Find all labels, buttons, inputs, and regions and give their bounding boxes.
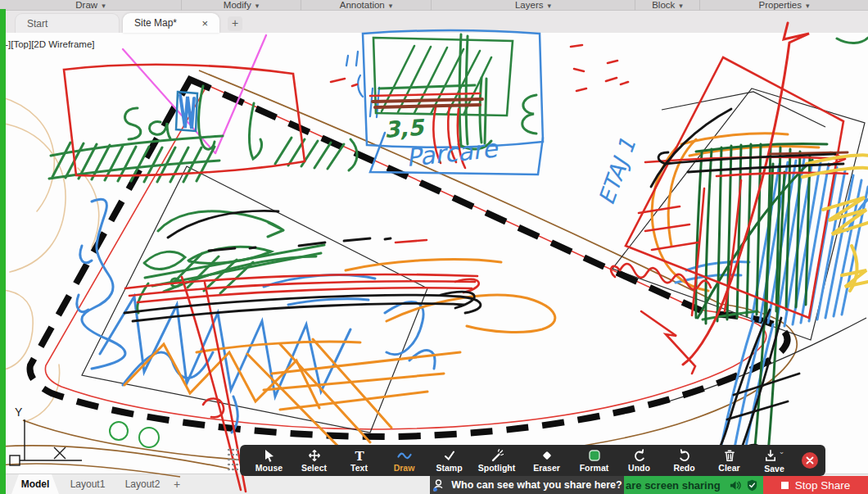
tool-draw[interactable]: Draw [382, 446, 427, 475]
redo-arrow-icon [678, 449, 691, 463]
new-tab-button[interactable]: + [228, 16, 242, 31]
document-tabbar: Start Site Map* × + [0, 11, 868, 33]
undo-arrow-icon [633, 449, 646, 463]
tab-layout2[interactable]: Layout2 [116, 474, 169, 494]
tool-text[interactable]: T Text [337, 446, 382, 475]
tool-clear[interactable]: Clear [707, 446, 752, 475]
ribbon-panel-properties[interactable]: Properties [700, 0, 868, 11]
color-swatch-icon [588, 449, 601, 463]
new-layout-button[interactable]: + [169, 476, 185, 492]
checkmark-icon [443, 449, 456, 463]
scribble-icon [397, 449, 412, 463]
viewport-controls-label[interactable]: [-][Top][2D Wireframe] [2, 39, 94, 49]
tool-eraser[interactable]: Eraser [522, 446, 572, 475]
tab-close-icon[interactable]: × [192, 17, 208, 29]
tab-layout1[interactable]: Layout1 [62, 474, 113, 494]
tool-undo[interactable]: Undo [617, 446, 662, 475]
tab-start[interactable]: Start [15, 13, 120, 33]
close-icon [806, 456, 814, 465]
download-tray-icon [764, 449, 777, 463]
ribbon-panel-block[interactable]: Block [635, 0, 700, 11]
text-tool-icon: T [353, 449, 366, 463]
tab-site-map[interactable]: Site Map* × [123, 13, 219, 33]
tool-stamp[interactable]: Stamp [427, 446, 472, 475]
person-icon [432, 478, 445, 492]
shield-check-icon[interactable] [746, 479, 758, 492]
toolbar-drag-handle[interactable] [226, 446, 239, 471]
stop-icon [781, 482, 789, 489]
eraser-diamond-icon [540, 449, 554, 463]
ribbon-panel-annotation[interactable]: Annotation [301, 0, 432, 11]
tool-format[interactable]: Format [572, 446, 617, 475]
zoom-annotation-toolbar: Mouse Select T Text Draw Stamp [240, 445, 825, 476]
close-toolbar-button[interactable] [802, 452, 818, 469]
share-visibility-tooltip: Who can see what you share here? [430, 476, 624, 494]
tool-mouse[interactable]: Mouse [246, 446, 292, 475]
app-window: Draw Modify Annotation Layers Block Prop… [0, 0, 868, 494]
stop-share-button[interactable]: Stop Share [763, 476, 868, 494]
trash-icon [723, 449, 736, 463]
laser-pointer-icon [491, 449, 504, 463]
tab-model[interactable]: Model [11, 474, 59, 494]
ribbon-panel-modify[interactable]: Modify [182, 0, 301, 11]
tool-save[interactable]: ⌄ Save [752, 446, 797, 475]
drawing-canvas[interactable] [0, 33, 868, 474]
tool-redo[interactable]: Redo [662, 446, 707, 475]
move-arrows-icon [308, 449, 321, 463]
save-dropdown-caret-icon[interactable]: ⌄ [779, 447, 785, 455]
ribbon-panel-layers[interactable]: Layers [432, 0, 635, 11]
tool-select[interactable]: Select [292, 446, 337, 475]
screen-sharing-bar: are screen sharing [624, 476, 763, 494]
tool-spotlight[interactable]: Spotlight [472, 446, 522, 475]
screen-share-border [0, 9, 6, 494]
speaker-icon[interactable] [730, 479, 742, 492]
cursor-icon [263, 449, 276, 463]
ribbon-panel-strip: Draw Modify Annotation Layers Block Prop… [0, 0, 868, 11]
svg-text:T: T [355, 449, 364, 462]
ribbon-panel-draw[interactable]: Draw [0, 0, 182, 11]
